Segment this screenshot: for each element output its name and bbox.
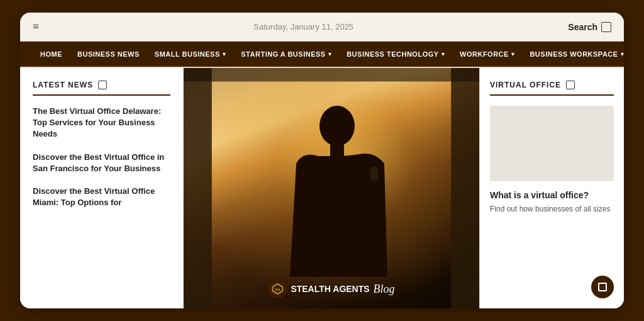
hamburger-menu[interactable]: ≡ [33, 20, 39, 33]
window-frame [184, 68, 479, 308]
nav-item-business-news[interactable]: BUSINESS NEWS [70, 42, 147, 67]
main-navigation: HOME BUSINESS NEWS SMALL BUSINESS ▾ STAR… [20, 42, 624, 67]
section-icon [566, 81, 575, 89]
corner-action-button[interactable] [591, 276, 614, 298]
nav-item-small-business[interactable]: SMALL BUSINESS ▾ [147, 42, 233, 67]
hero-section: SA STEALTH AGENTS Blog [184, 68, 479, 308]
svg-text:SA: SA [275, 287, 280, 292]
logo-brand-text: STEALTH AGENTS [291, 284, 369, 294]
latest-news-heading: LATEST NEWS [33, 81, 170, 96]
news-item-title-1: The Best Virtual Office Delaware: Top Se… [33, 106, 170, 140]
news-item-3[interactable]: Discover the Best Virtual Office Miami: … [33, 186, 170, 208]
logo-icon: SA [268, 279, 287, 298]
svg-rect-4 [451, 68, 479, 308]
corner-button-icon [598, 283, 607, 291]
logo-blog-text: Blog [374, 283, 395, 296]
header-date: Saturday, January 11, 2025 [253, 22, 353, 31]
chevron-down-icon: ▾ [328, 51, 332, 57]
news-item-2[interactable]: Discover the Best Virtual Office in San … [33, 152, 170, 174]
virtual-office-card-desc: Find out how businesses of all sizes [490, 204, 614, 215]
main-content: LATEST NEWS The Best Virtual Office Dela… [20, 67, 624, 308]
nav-item-starting-business[interactable]: STARTING A BUSINESS ▾ [233, 42, 339, 67]
browser-window: ≡ Saturday, January 11, 2025 Search HOME… [20, 13, 624, 308]
hero-image: SA STEALTH AGENTS Blog [184, 68, 479, 308]
search-label: Search [568, 22, 597, 32]
chevron-down-icon: ▾ [511, 51, 515, 57]
search-icon [601, 22, 611, 32]
news-item-1[interactable]: The Best Virtual Office Delaware: Top Se… [33, 106, 170, 140]
nav-item-business-workspace[interactable]: BUSINESS WORKSPACE ▾ [522, 42, 624, 67]
chevron-down-icon: ▾ [621, 51, 624, 57]
nav-item-home[interactable]: HOME [33, 42, 70, 67]
site-logo: SA STEALTH AGENTS Blog [268, 279, 394, 298]
nav-item-business-technology[interactable]: BUSINESS TECHNOLOGY ▾ [339, 42, 452, 67]
virtual-office-card-title[interactable]: What is a virtual office? [490, 190, 614, 200]
sidebar-left: LATEST NEWS The Best Virtual Office Dela… [20, 68, 184, 308]
section-icon [98, 81, 107, 89]
virtual-office-heading: VIRTUAL OFFICE [490, 81, 614, 96]
search-button[interactable]: Search [568, 22, 611, 32]
news-item-title-2: Discover the Best Virtual Office in San … [33, 152, 170, 174]
svg-rect-5 [184, 68, 479, 81]
nav-item-workforce[interactable]: WORKFORCE ▾ [452, 42, 522, 67]
header: ≡ Saturday, January 11, 2025 Search [20, 13, 624, 42]
chevron-down-icon: ▾ [223, 51, 226, 57]
news-item-title-3: Discover the Best Virtual Office Miami: … [33, 186, 170, 208]
chevron-down-icon: ▾ [441, 51, 445, 57]
svg-rect-3 [184, 68, 212, 308]
sidebar-right: VIRTUAL OFFICE What is a virtual office?… [479, 68, 624, 308]
virtual-office-image-placeholder [490, 106, 614, 181]
